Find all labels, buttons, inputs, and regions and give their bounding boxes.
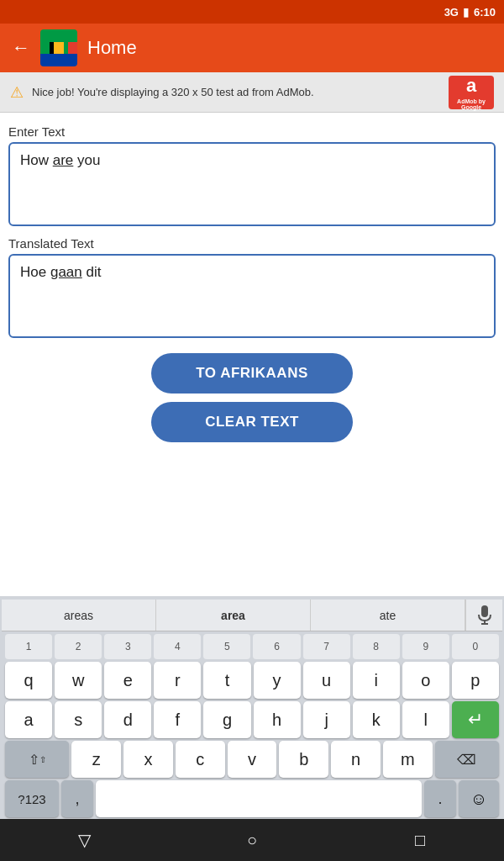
input-text-box[interactable]: How are you — [8, 142, 496, 226]
key-o[interactable]: o — [402, 662, 449, 699]
nav-bar: ▽ ○ □ — [0, 819, 504, 861]
key-a[interactable]: a — [5, 701, 52, 738]
key-1[interactable]: 1 — [5, 634, 52, 659]
key-q[interactable]: q — [5, 662, 52, 699]
input-text-are: are — [53, 152, 74, 168]
key-s[interactable]: s — [55, 701, 102, 738]
key-3[interactable]: 3 — [104, 634, 151, 659]
suggestion-areas[interactable]: areas — [2, 600, 156, 631]
enter-text-section: Enter Text How are you — [8, 124, 496, 226]
key-9[interactable]: 9 — [402, 634, 449, 659]
status-bar: 3G ▮ 6:10 — [0, 0, 504, 24]
ad-text: Nice job! You're displaying a 320 x 50 t… — [32, 86, 440, 98]
key-e[interactable]: e — [104, 662, 151, 699]
key-p[interactable]: p — [452, 662, 499, 699]
key-x[interactable]: x — [123, 741, 173, 778]
key-k[interactable]: k — [353, 701, 400, 738]
shift-key[interactable]: ⇧⇧ — [5, 741, 69, 778]
translated-text-box[interactable]: Hoe gaan dit — [8, 254, 496, 338]
signal-indicator: 3G — [444, 6, 459, 18]
key-w[interactable]: w — [55, 662, 102, 699]
number-row: 1 2 3 4 5 6 7 8 9 0 — [2, 634, 502, 659]
clock: 6:10 — [474, 6, 496, 18]
action-buttons: TO AFRIKAANS CLEAR TEXT — [8, 353, 496, 442]
key-row-3: ⇧⇧ z x c v b n m ⌫ — [2, 741, 502, 778]
key-r[interactable]: r — [154, 662, 201, 699]
key-f[interactable]: f — [154, 701, 201, 738]
suggestion-ate[interactable]: ate — [311, 600, 465, 631]
input-text-you: you — [73, 152, 100, 168]
key-6[interactable]: 6 — [253, 634, 300, 659]
key-0[interactable]: 0 — [452, 634, 499, 659]
nav-recents-button[interactable]: □ — [402, 821, 438, 858]
keyboard: areas area ate 1 2 3 4 5 6 7 8 9 0 q w e… — [0, 596, 504, 819]
nav-home-button[interactable]: ○ — [234, 821, 270, 858]
translated-text-section: Translated Text Hoe gaan dit — [8, 236, 496, 338]
key-n[interactable]: n — [331, 741, 381, 778]
translated-dit: dit — [82, 264, 102, 280]
key-row-1: q w e r t y u i o p — [2, 662, 502, 699]
key-i[interactable]: i — [353, 662, 400, 699]
back-button[interactable]: ← — [12, 37, 30, 59]
key-4[interactable]: 4 — [154, 634, 201, 659]
key-d[interactable]: d — [104, 701, 151, 738]
emoji-key[interactable]: ☺ — [459, 780, 499, 817]
suggestion-area[interactable]: area — [156, 600, 311, 631]
mic-icon — [477, 605, 492, 626]
key-8[interactable]: 8 — [353, 634, 400, 659]
input-text-how: How — [20, 152, 53, 168]
key-h[interactable]: h — [254, 701, 301, 738]
app-bar: ← Home — [0, 24, 504, 72]
svg-rect-0 — [481, 605, 488, 617]
period-key[interactable]: . — [424, 780, 456, 817]
key-5[interactable]: 5 — [203, 634, 250, 659]
key-g[interactable]: g — [203, 701, 250, 738]
battery-icon: ▮ — [463, 5, 470, 18]
key-m[interactable]: m — [383, 741, 433, 778]
admob-logo-letter: a — [466, 75, 476, 97]
translated-gaan: gaan — [50, 264, 82, 280]
key-7[interactable]: 7 — [303, 634, 350, 659]
clear-text-button[interactable]: CLEAR TEXT — [151, 402, 353, 442]
bottom-key-row: ?123 , . ☺ — [2, 780, 502, 817]
key-v[interactable]: v — [228, 741, 277, 778]
ad-banner: ⚠ Nice job! You're displaying a 320 x 50… — [0, 72, 504, 113]
enter-key[interactable]: ↵ — [452, 701, 499, 738]
key-t[interactable]: t — [203, 662, 250, 699]
key-u[interactable]: u — [303, 662, 350, 699]
comma-key[interactable]: , — [61, 780, 93, 817]
key-y[interactable]: y — [254, 662, 301, 699]
key-b[interactable]: b — [279, 741, 328, 778]
warning-icon: ⚠ — [10, 83, 24, 102]
backspace-key[interactable]: ⌫ — [435, 741, 499, 778]
mic-button[interactable] — [465, 600, 502, 631]
suggestions-row: areas area ate — [2, 600, 502, 631]
flag-icon — [40, 29, 77, 66]
admob-logo: a AdMob by Google — [449, 76, 494, 109]
key-j[interactable]: j — [303, 701, 350, 738]
key-l[interactable]: l — [402, 701, 449, 738]
key-2[interactable]: 2 — [55, 634, 102, 659]
enter-text-label: Enter Text — [8, 124, 496, 139]
translated-hoe: Hoe — [20, 264, 50, 280]
to-afrikaans-button[interactable]: TO AFRIKAANS — [151, 353, 353, 394]
space-key[interactable] — [96, 780, 422, 817]
key-c[interactable]: c — [176, 741, 225, 778]
main-content: Enter Text How are you Translated Text H… — [0, 113, 504, 596]
numbers-key[interactable]: ?123 — [5, 780, 59, 817]
translated-text-label: Translated Text — [8, 236, 496, 251]
nav-back-button[interactable]: ▽ — [66, 821, 102, 858]
app-title: Home — [87, 37, 137, 59]
admob-logo-sub: AdMob by Google — [449, 98, 494, 110]
key-row-2: a s d f g h j k l ↵ — [2, 701, 502, 738]
key-z[interactable]: z — [71, 741, 121, 778]
